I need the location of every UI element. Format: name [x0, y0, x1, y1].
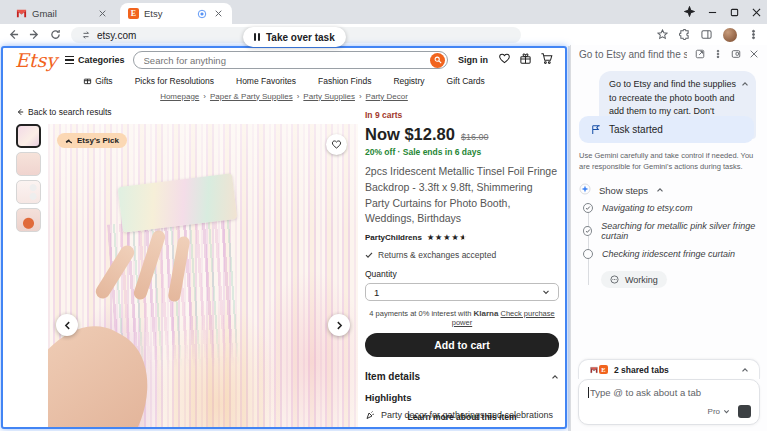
breadcrumb-link[interactable]: Party Supplies: [303, 92, 355, 101]
shared-tabs-bar[interactable]: E 2 shared tabs: [578, 359, 760, 379]
chat-input-box[interactable]: Type @ to ask about a tab Pro: [578, 379, 760, 425]
collapse-chevron-icon[interactable]: [741, 79, 749, 93]
nav-item-fashion-finds[interactable]: Fashion Finds: [318, 76, 371, 86]
thumbnail-3[interactable]: [16, 180, 41, 204]
nav-item-gift-cards[interactable]: Gift Cards: [447, 76, 485, 86]
returns-note: Returns & exchanges accepted: [365, 250, 559, 260]
toolbar-actions: [657, 26, 759, 44]
step-label: Navigating to etsy.com: [602, 203, 692, 213]
thumbnail-4[interactable]: [16, 208, 41, 232]
categories-button[interactable]: Categories: [65, 55, 125, 65]
open-in-window-icon[interactable]: [731, 49, 741, 59]
cart-icon[interactable]: [540, 51, 553, 69]
pause-icon: [254, 33, 260, 41]
panel-kebab-icon[interactable]: [713, 49, 723, 59]
thumbnail-2[interactable]: [16, 152, 41, 176]
back-to-results-link[interactable]: Back to search results: [16, 107, 112, 117]
reload-icon[interactable]: [50, 26, 61, 44]
etsy-logo[interactable]: Etsy: [15, 51, 57, 70]
nav-item-gifts[interactable]: Gifts: [83, 76, 112, 86]
step-item: Searching for metallic pink silver fring…: [583, 221, 767, 241]
panel-header: Go to Etsy and find the supplies ...: [571, 45, 767, 63]
highlight-label: Materials: Mylar: [381, 427, 445, 429]
tab-close-icon[interactable]: [212, 8, 224, 20]
nav-label: Fashion Finds: [318, 76, 371, 86]
breadcrumb-link[interactable]: Homepage: [160, 92, 199, 101]
thumbnail-1[interactable]: [16, 124, 41, 148]
tab-gmail[interactable]: Gmail: [8, 3, 116, 24]
gifts-box-icon[interactable]: [519, 51, 532, 69]
back-icon[interactable]: [8, 26, 19, 44]
gemini-disclaimer: Use Gemini carefully and take control if…: [579, 150, 757, 173]
shared-tab-favicons: E: [589, 365, 608, 374]
highlight-item: Materials: Mylar: [365, 427, 559, 429]
chevron-up-icon: [551, 373, 559, 381]
image-thumbnails: [16, 124, 41, 232]
nav-item-picks[interactable]: Picks for Resolutions: [135, 76, 214, 86]
take-over-task-label: Take over task: [266, 32, 335, 43]
klarna-note: 4 payments at 0% interest with Klarna Ch…: [365, 309, 559, 327]
nav-item-home-favorites[interactable]: Home Favorites: [236, 76, 296, 86]
forward-icon[interactable]: [29, 26, 40, 44]
step-label: Checking iridescent fringe curtain: [602, 249, 735, 259]
favorite-heart-button[interactable]: [326, 134, 347, 155]
back-link-label: Back to search results: [28, 107, 112, 117]
seller-name[interactable]: PartyChildrens: [365, 233, 422, 242]
search-input[interactable]: [144, 55, 430, 66]
browser-window: Gmail E Etsy: [0, 0, 767, 431]
side-panel-icon[interactable]: [701, 26, 712, 44]
model-selector[interactable]: Pro: [708, 407, 730, 416]
tab-close-icon[interactable]: [96, 8, 108, 20]
learn-more-link[interactable]: Learn more about this item: [365, 412, 559, 422]
open-in-new-icon[interactable]: [695, 49, 705, 59]
profile-avatar[interactable]: [723, 28, 737, 42]
close-window-icon[interactable]: [752, 3, 761, 21]
breadcrumb-link[interactable]: Party Decor: [366, 92, 408, 101]
nav-item-registry[interactable]: Registry: [393, 76, 424, 86]
menu-kebab-icon[interactable]: [748, 26, 759, 44]
etsy-favicon-icon: E: [128, 8, 139, 19]
minimize-icon[interactable]: [708, 3, 717, 21]
step-done-icon: [583, 226, 592, 236]
categories-label: Categories: [78, 55, 125, 65]
panel-title: Go to Etsy and find the supplies ...: [579, 49, 687, 60]
gmail-mini-icon: [589, 365, 598, 374]
item-details-header[interactable]: Item details: [365, 371, 559, 382]
chevron-up-icon: [741, 366, 749, 374]
star-rating[interactable]: ★★★★★★★★★★: [427, 234, 468, 242]
etsys-pick-label: Etsy's Pick: [77, 136, 119, 145]
quantity-select[interactable]: 1: [365, 283, 559, 301]
gemini-sparkle-icon[interactable]: [684, 3, 695, 21]
favorites-heart-icon[interactable]: [498, 51, 511, 69]
price-now: Now $12.80: [365, 125, 455, 144]
carousel-next-button[interactable]: [328, 314, 350, 336]
step-pending-icon: [583, 249, 593, 259]
add-to-cart-button[interactable]: Add to cart: [365, 333, 559, 357]
extensions-icon[interactable]: [679, 26, 690, 44]
take-over-task-button[interactable]: Take over task: [243, 27, 346, 47]
bookmark-star-icon[interactable]: [657, 26, 668, 44]
panel-close-icon[interactable]: [749, 49, 759, 59]
nav-label: Home Favorites: [236, 76, 296, 86]
browser-content-area: Etsy Categories Sign in Gifts Picks for …: [0, 45, 568, 431]
gmail-icon: [16, 8, 27, 19]
maximize-icon[interactable]: [730, 3, 739, 21]
text-caret: [588, 387, 589, 398]
etsy-search-bar[interactable]: [133, 51, 448, 69]
stop-button[interactable]: [738, 405, 751, 418]
returns-label: Returns & exchanges accepted: [378, 250, 496, 260]
nav-label: Registry: [393, 76, 424, 86]
chevron-left-icon: [63, 321, 72, 330]
carousel-prev-button[interactable]: [56, 314, 78, 336]
tab-etsy[interactable]: E Etsy: [120, 3, 232, 24]
etsys-pick-badge: Etsy's Pick: [57, 133, 127, 148]
product-main-image[interactable]: Etsy's Pick: [48, 124, 358, 429]
working-label: Working: [625, 275, 658, 285]
search-icon[interactable]: [430, 53, 445, 68]
etsy-mini-icon: E: [599, 365, 608, 374]
sign-in-link[interactable]: Sign in: [456, 55, 490, 65]
product-title: 2pcs Iridescent Metallic Tinsel Foil Fri…: [365, 164, 559, 227]
show-steps-toggle[interactable]: Show steps: [579, 183, 664, 197]
breadcrumb-link[interactable]: Paper & Party Supplies: [210, 92, 293, 101]
nav-label: Picks for Resolutions: [135, 76, 214, 86]
